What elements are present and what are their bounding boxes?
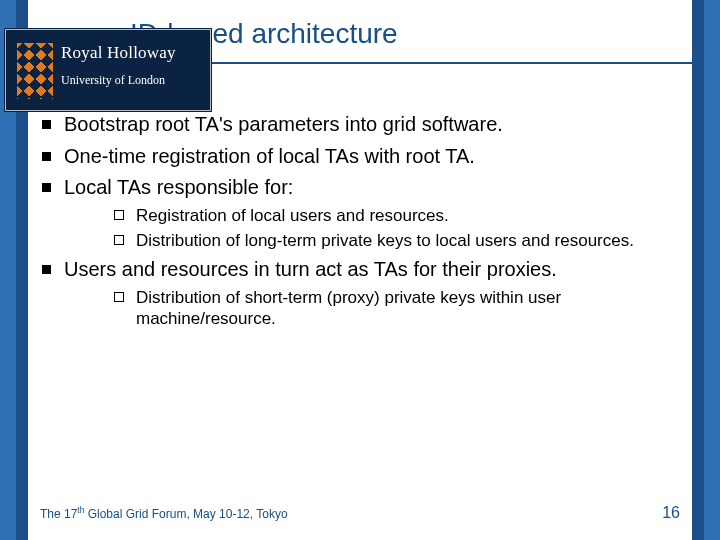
list-item: Distribution of short-term (proxy) priva… — [136, 287, 692, 330]
sub-bullet-list: Registration of local users and resource… — [64, 205, 692, 252]
list-item: One-time registration of local TAs with … — [64, 144, 692, 170]
slide-title: ID-based architecture — [130, 18, 690, 50]
footer-venue: The 17th Global Grid Forum, May 10-12, T… — [40, 505, 288, 521]
bullet-text: Registration of local users and resource… — [136, 206, 449, 225]
logo-line2: University of London — [61, 73, 201, 88]
logo-pattern-icon — [17, 43, 53, 99]
venue-suffix: Global Grid Forum, May 10-12, Tokyo — [84, 507, 287, 521]
bullet-text: Local TAs responsible for: — [64, 176, 293, 198]
bullet-text: Distribution of short-term (proxy) priva… — [136, 288, 561, 328]
bullet-list: Bootstrap root TA's parameters into grid… — [28, 112, 692, 329]
bullet-text: Users and resources in turn act as TAs f… — [64, 258, 557, 280]
list-item: Bootstrap root TA's parameters into grid… — [64, 112, 692, 138]
list-item: Registration of local users and resource… — [136, 205, 692, 226]
slide-footer: The 17th Global Grid Forum, May 10-12, T… — [40, 504, 680, 522]
bullet-text: Distribution of long-term private keys t… — [136, 231, 634, 250]
bullet-text: Bootstrap root TA's parameters into grid… — [64, 113, 503, 135]
slide-frame: ID-based architecture Royal Holloway Uni… — [0, 0, 720, 540]
slide-body: Bootstrap root TA's parameters into grid… — [28, 112, 692, 480]
logo-text: Royal Holloway University of London — [61, 43, 201, 88]
list-item: Local TAs responsible for: Registration … — [64, 175, 692, 251]
sub-bullet-list: Distribution of short-term (proxy) priva… — [64, 287, 692, 330]
venue-prefix: The 17 — [40, 507, 77, 521]
list-item: Distribution of long-term private keys t… — [136, 230, 692, 251]
university-logo: Royal Holloway University of London — [4, 28, 212, 112]
logo-line1: Royal Holloway — [61, 43, 201, 63]
bullet-text: One-time registration of local TAs with … — [64, 145, 475, 167]
list-item: Users and resources in turn act as TAs f… — [64, 257, 692, 329]
page-number: 16 — [662, 504, 680, 522]
